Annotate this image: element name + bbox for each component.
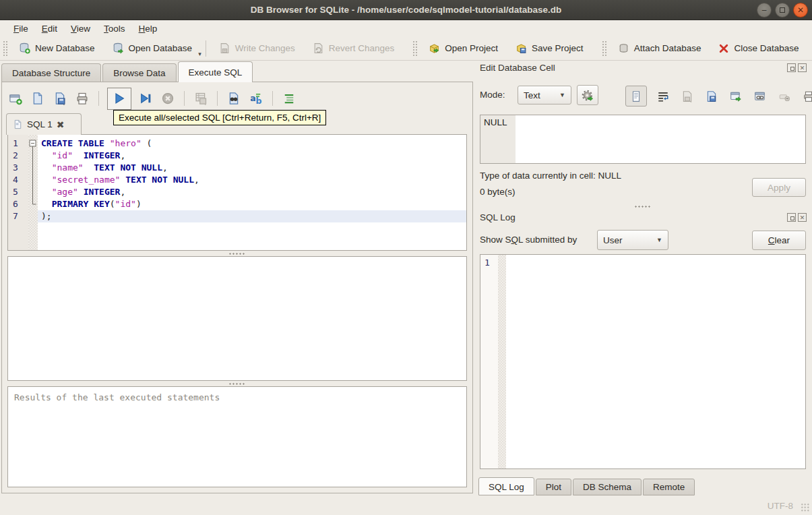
save-sql-file-icon[interactable] <box>52 90 68 107</box>
sql-editor[interactable]: 1234567 CREATE TABLE "hero" ( "id" INTEG… <box>7 134 467 251</box>
menu-bar: File Edit View Tools Help <box>0 20 812 36</box>
code-line[interactable]: "secret_name" TEXT NOT NULL, <box>38 174 466 186</box>
write-changes-button[interactable]: Write Changes <box>210 38 304 59</box>
dock-close-icon[interactable]: ✕ <box>798 213 807 222</box>
execute-all-icon[interactable] <box>107 88 131 110</box>
revert-changes-button[interactable]: Revert Changes <box>304 38 404 59</box>
sql-document-tab[interactable]: SQL 1 ✖ <box>6 113 82 135</box>
tab-remote[interactable]: Remote <box>643 479 695 495</box>
set-link-icon[interactable] <box>752 88 768 104</box>
revert-changes-label: Revert Changes <box>329 43 395 53</box>
line-number: 1 <box>8 138 28 150</box>
find-replace-icon[interactable] <box>226 90 242 107</box>
sql-editor-lines[interactable]: CREATE TABLE "hero" ( "id" INTEGER, "nam… <box>38 135 466 250</box>
menu-view[interactable]: View <box>64 22 97 36</box>
mode-label: Mode: <box>480 90 505 100</box>
execute-line-icon[interactable] <box>137 90 154 107</box>
attach-database-button[interactable]: Attach Database <box>609 38 710 59</box>
set-null-icon[interactable] <box>776 88 792 104</box>
code-line[interactable]: "age" INTEGER, <box>38 186 466 198</box>
close-icon[interactable]: ✕ <box>793 3 808 18</box>
menu-tools[interactable]: Tools <box>97 22 132 36</box>
maximize-icon[interactable] <box>775 3 790 18</box>
import-data-icon[interactable] <box>679 88 695 104</box>
results-message-pane[interactable]: Results of the last executed statements <box>7 386 467 487</box>
fold-marker-icon[interactable] <box>28 135 38 251</box>
line-number: 7 <box>8 210 28 222</box>
menu-edit[interactable]: Edit <box>35 22 64 36</box>
new-database-button[interactable]: New Database <box>10 38 104 59</box>
mode-combobox[interactable]: Text ▼ <box>518 86 571 104</box>
dock-float-icon[interactable] <box>787 63 796 72</box>
dock-splitter-handle[interactable] <box>480 204 806 208</box>
sql-log-view[interactable]: 1 <box>480 254 806 469</box>
word-wrap-icon[interactable] <box>655 88 671 104</box>
save-results-icon[interactable] <box>193 90 209 107</box>
log-content[interactable] <box>506 255 805 468</box>
autocomplete-icon[interactable]: a b <box>248 90 264 107</box>
code-line[interactable]: "id" INTEGER, <box>38 150 466 162</box>
mode-value: Text <box>524 90 540 100</box>
open-sql-file-icon[interactable] <box>30 90 46 107</box>
tab-execute-sql[interactable]: Execute SQL <box>178 61 253 82</box>
text-mode-icon[interactable] <box>625 86 647 107</box>
print-icon[interactable] <box>74 90 90 107</box>
sql-editor-gutter: 1234567 <box>8 135 28 250</box>
results-grid-pane[interactable] <box>7 256 467 381</box>
project-open-icon <box>429 42 440 54</box>
code-line[interactable]: PRIMARY KEY("id") <box>38 198 466 210</box>
database-attach-icon <box>618 42 629 54</box>
fold-margin[interactable] <box>28 135 38 250</box>
cell-null-indicator: NULL <box>480 115 516 163</box>
sql-toolbar-separator <box>98 91 99 106</box>
export-data-icon[interactable] <box>704 88 720 104</box>
dock-close-icon[interactable]: ✕ <box>798 63 807 72</box>
tab-sql-log[interactable]: SQL Log <box>478 477 534 495</box>
menu-file[interactable]: File <box>7 22 35 36</box>
splitter-handle[interactable] <box>7 382 467 386</box>
open-in-external-icon[interactable] <box>728 88 744 104</box>
svg-text:b: b <box>255 96 261 106</box>
log-filter-combobox[interactable]: User ▼ <box>597 230 668 250</box>
dock-float-icon[interactable] <box>787 213 796 222</box>
open-database-button[interactable]: Open Database <box>104 38 201 59</box>
splitter-handle[interactable] <box>7 251 467 255</box>
open-database-dropdown-icon[interactable]: ▾ <box>198 51 201 60</box>
cell-value-editor[interactable]: NULL <box>480 115 806 164</box>
apply-button[interactable]: Apply <box>752 178 806 197</box>
close-database-button[interactable]: Close Database <box>710 38 807 59</box>
new-tab-icon[interactable] <box>7 90 24 107</box>
toolbar-separator <box>206 40 206 57</box>
toolbar-drag-handle[interactable] <box>412 40 417 57</box>
toolbar-drag-handle[interactable] <box>3 40 7 57</box>
tab-database-structure[interactable]: Database Structure <box>1 63 101 82</box>
write-changes-label: Write Changes <box>235 43 295 53</box>
format-list-icon[interactable] <box>281 90 297 107</box>
toolbar-drag-handle[interactable] <box>602 40 606 57</box>
open-project-button[interactable]: Open Project <box>420 38 507 59</box>
save-project-button[interactable]: Save Project <box>507 38 592 59</box>
code-line[interactable]: CREATE TABLE "hero" ( <box>38 138 466 150</box>
code-line[interactable]: "name" TEXT NOT NULL, <box>38 162 466 174</box>
tab-plot[interactable]: Plot <box>536 479 571 495</box>
tab-browse-data[interactable]: Browse Data <box>102 63 176 82</box>
edit-cell-dock-buttons: ✕ <box>787 63 807 72</box>
titlebar[interactable]: DB Browser for SQLite - /home/user/code/… <box>0 0 812 20</box>
open-project-label: Open Project <box>445 43 498 53</box>
status-bar: UTF-8 <box>0 495 812 515</box>
cell-size-info: 0 byte(s) <box>480 187 516 197</box>
clear-log-button[interactable]: Clear <box>752 231 806 250</box>
close-tab-icon[interactable]: ✖ <box>57 119 65 130</box>
resize-grip-icon[interactable] <box>801 503 809 512</box>
tab-db-schema[interactable]: DB Schema <box>573 479 642 495</box>
apply-mode-button[interactable] <box>577 85 598 105</box>
code-line[interactable]: ); <box>38 210 466 222</box>
menu-help[interactable]: Help <box>132 22 164 36</box>
sql-toolbar: a b <box>7 86 297 111</box>
database-new-icon <box>19 42 30 54</box>
main-toolbar: New Database Open Database ▾ Write Chang… <box>0 36 812 61</box>
sql-toolbar-separator <box>184 91 185 106</box>
print-cell-icon[interactable] <box>801 88 812 104</box>
minimize-icon[interactable]: – <box>757 3 772 18</box>
stop-icon[interactable] <box>160 90 176 107</box>
